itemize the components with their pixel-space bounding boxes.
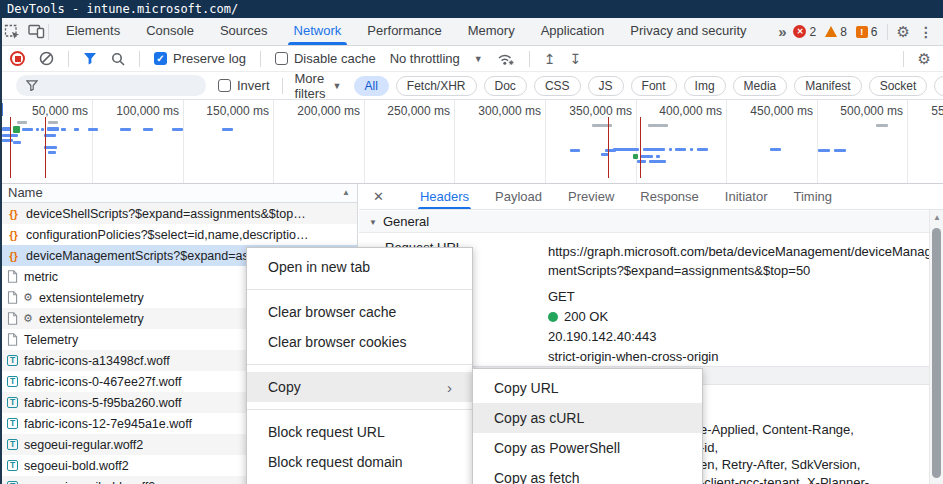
waterfall-bar	[675, 148, 686, 151]
filter-pill-fetch-xhr[interactable]: Fetch/XHR	[396, 76, 477, 96]
settings-gear-icon[interactable]: ⚙	[897, 24, 910, 39]
filter-pill-wasm[interactable]: Wasm	[934, 76, 943, 96]
issues-badge[interactable]: ! 6	[856, 25, 878, 39]
name-column-header[interactable]: Name	[0, 184, 357, 203]
menu-item-clear-browser-cookies[interactable]: Clear browser cookies	[247, 327, 472, 357]
inspect-element-icon[interactable]	[0, 20, 24, 44]
preserve-log-toggle[interactable]: ✓ Preserve log	[154, 51, 246, 66]
throttling-select[interactable]: No throttling ▼	[390, 51, 483, 66]
filter-pill-font[interactable]: Font	[631, 76, 677, 96]
filter-pill-socket[interactable]: Socket	[869, 76, 928, 96]
more-tabs-icon[interactable]: »	[778, 23, 784, 40]
issue-count: 6	[871, 25, 878, 39]
request-name: extensiontelemetry	[39, 291, 144, 305]
menu-item-open-in-new-tab[interactable]: Open in new tab	[247, 252, 472, 282]
submenu-item-copy-as-fetch[interactable]: Copy as fetch	[473, 463, 702, 484]
filter-pill-manifest[interactable]: Manifest	[794, 76, 861, 96]
record-network-log-button[interactable]	[10, 51, 25, 66]
header-fragment-line: -id,	[700, 439, 936, 457]
search-icon[interactable]	[111, 52, 125, 66]
tab-memory[interactable]: Memory	[455, 18, 528, 45]
tab-sources[interactable]: Sources	[207, 18, 281, 45]
divider	[887, 24, 888, 40]
waterfall-bar	[834, 149, 846, 152]
load-event-line	[640, 117, 641, 178]
request-method-value: GET	[548, 287, 940, 307]
more-filters-dropdown[interactable]: More filters ▼	[295, 71, 342, 101]
context-menu-items: Open in new tabClear browser cacheClear …	[247, 252, 472, 477]
detail-tab-response[interactable]: Response	[640, 184, 699, 209]
tab-performance[interactable]: Performance	[354, 18, 454, 45]
tab-console[interactable]: Console	[133, 18, 207, 45]
menu-item-block-request-url[interactable]: Block request URL	[247, 417, 472, 447]
request-name: fabric-icons-a13498cf.woff	[24, 354, 170, 368]
import-har-icon[interactable]: ↥	[544, 52, 556, 66]
filter-funnel-icon[interactable]	[83, 52, 97, 65]
divider	[48, 24, 49, 40]
filter-input[interactable]	[16, 75, 206, 96]
submenu-item-copy-url[interactable]: Copy URL	[473, 373, 702, 403]
export-har-icon[interactable]: ↧	[569, 52, 581, 66]
request-name: fabric-icons-12-7e945a1e.woff	[24, 417, 192, 431]
waterfall-bar	[643, 148, 665, 151]
menu-item-block-request-domain[interactable]: Block request domain	[247, 447, 472, 477]
network-settings-gear-icon[interactable]: ⚙	[918, 51, 931, 66]
table-row[interactable]: {}deviceShellScripts?$expand=assignments…	[0, 203, 357, 224]
filter-pill-doc[interactable]: Doc	[484, 76, 527, 96]
detail-tab-headers[interactable]: Headers	[420, 184, 469, 209]
submenu-item-copy-as-powershell[interactable]: Copy as PowerShell	[473, 433, 702, 463]
scrollbar-thumb[interactable]	[932, 228, 941, 478]
remote-address-value: 20.190.142.40:443	[548, 327, 940, 347]
waterfall-bar	[13, 141, 21, 144]
disable-cache-toggle[interactable]: Disable cache	[275, 51, 376, 66]
detail-scrollbar[interactable]: ▲	[929, 210, 943, 484]
detail-tab-timing[interactable]: Timing	[793, 184, 832, 209]
detail-tab-preview[interactable]: Preview	[568, 184, 614, 209]
filter-pill-all[interactable]: All	[354, 76, 389, 96]
clear-network-log-button[interactable]	[39, 51, 54, 66]
main-tab-bar: ElementsConsoleSourcesNetworkPerformance…	[0, 18, 943, 46]
submenu-item-label: Copy as PowerShell	[494, 440, 620, 456]
window-titlebar: DevTools - intune.microsoft.com/	[0, 0, 943, 18]
waterfall-bar	[172, 128, 183, 131]
network-conditions-icon[interactable]	[497, 52, 515, 66]
invert-filter-toggle[interactable]: Invert	[218, 78, 270, 93]
filter-pill-img[interactable]: Img	[684, 76, 726, 96]
list-scroll-up-icon[interactable]: ▲	[342, 188, 350, 197]
scroll-up-icon[interactable]: ▲	[933, 213, 941, 222]
disclosure-triangle-icon: ▼	[369, 218, 377, 227]
menu-item-copy[interactable]: Copy›	[247, 372, 472, 402]
more-options-icon[interactable]: ⋮	[919, 24, 933, 40]
table-row[interactable]: {}configurationPolicies?$select=id,name,…	[0, 224, 357, 245]
waterfall-bar	[22, 128, 33, 131]
waterfall-bar	[770, 148, 781, 151]
close-detail-icon[interactable]: ✕	[373, 189, 384, 204]
console-warnings-badge[interactable]: 8	[825, 25, 847, 39]
warning-icon	[825, 26, 837, 37]
document-icon	[7, 312, 18, 325]
filter-pill-media[interactable]: Media	[733, 76, 788, 96]
waterfall-bar	[592, 124, 612, 127]
general-section-header[interactable]: ▼General	[359, 211, 929, 233]
console-errors-badge[interactable]: ✕ 2	[793, 25, 816, 39]
filter-pill-css[interactable]: CSS	[534, 76, 581, 96]
device-toolbar-icon[interactable]	[24, 20, 48, 44]
menu-item-label: Block request URL	[268, 424, 385, 440]
tab-privacy-and-security[interactable]: Privacy and security	[617, 18, 759, 45]
detail-tab-payload[interactable]: Payload	[495, 184, 542, 209]
network-overview-timeline[interactable]: 50,000 ms100,000 ms150,000 ms200,000 ms2…	[0, 100, 943, 184]
referrer-policy-value: strict-origin-when-cross-origin	[548, 347, 940, 367]
waterfall-bar	[61, 128, 66, 131]
status-row: 200 OK	[548, 307, 940, 327]
waterfall-bar	[570, 149, 580, 152]
tab-network[interactable]: Network	[281, 18, 355, 45]
waterfall-bar	[48, 151, 56, 154]
invert-label: Invert	[237, 78, 270, 93]
filter-pill-js[interactable]: JS	[588, 76, 624, 96]
request-name: configurationPolicies?$select=id,name,de…	[26, 228, 308, 242]
submenu-item-copy-as-curl[interactable]: Copy as cURL	[473, 403, 702, 433]
tab-elements[interactable]: Elements	[53, 18, 133, 45]
tab-application[interactable]: Application	[528, 18, 618, 45]
menu-item-clear-browser-cache[interactable]: Clear browser cache	[247, 297, 472, 327]
detail-tab-initiator[interactable]: Initiator	[725, 184, 768, 209]
